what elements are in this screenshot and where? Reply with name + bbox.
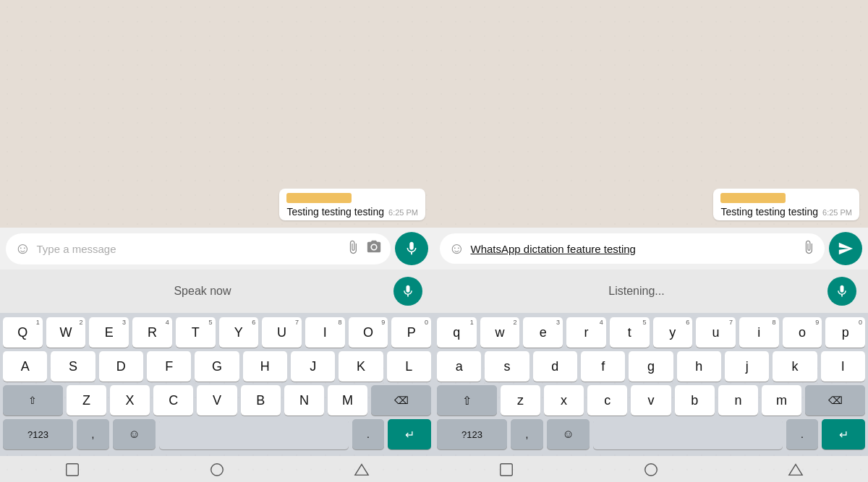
key-l[interactable]: l xyxy=(821,351,865,382)
key-F[interactable]: F xyxy=(147,351,191,382)
svg-marker-2 xyxy=(355,465,368,475)
key-J[interactable]: J xyxy=(291,351,335,382)
key-Y[interactable]: 6Y xyxy=(219,317,259,348)
key-W[interactable]: 2W xyxy=(46,317,86,348)
key-C[interactable]: C xyxy=(153,385,193,416)
key-q[interactable]: 1q xyxy=(437,317,477,348)
key-backspace[interactable]: ⌫ xyxy=(371,385,431,416)
right-message-input[interactable]: WhatsApp dictation feature testing xyxy=(470,243,796,255)
key-enter-right[interactable]: ↵ xyxy=(822,419,865,449)
key-shift[interactable]: ⇧ xyxy=(3,385,63,416)
key-r[interactable]: 4r xyxy=(566,317,606,348)
key-comma[interactable]: , xyxy=(77,419,109,449)
left-message-input[interactable]: Type a message xyxy=(36,243,340,255)
right-panel: Testing testing testing 6:25 PM ☺ WhatsA… xyxy=(434,0,868,482)
key-O[interactable]: 9O xyxy=(349,317,388,348)
key-o[interactable]: 9o xyxy=(783,317,822,348)
right-voice-label: Listening... xyxy=(446,285,827,298)
key-P[interactable]: 0P xyxy=(391,317,431,348)
key-M[interactable]: M xyxy=(328,385,367,416)
right-voice-mic-button[interactable] xyxy=(827,277,856,306)
left-message-bubble: Testing testing testing 6:25 PM xyxy=(279,189,425,220)
left-panel: Testing testing testing 6:25 PM ☺ Type a… xyxy=(0,0,434,482)
key-backspace-right[interactable]: ⌫ xyxy=(805,385,865,416)
left-mic-button[interactable] xyxy=(395,232,428,265)
key-S[interactable]: S xyxy=(51,351,95,382)
right-nav-square[interactable] xyxy=(495,462,518,478)
right-nav-circle[interactable] xyxy=(639,462,663,478)
key-I[interactable]: 8I xyxy=(305,317,345,348)
key-X[interactable]: X xyxy=(110,385,150,416)
key-E[interactable]: 3E xyxy=(89,317,129,348)
right-message-bubble: Testing testing testing 6:25 PM xyxy=(713,189,859,220)
key-H[interactable]: H xyxy=(243,351,287,382)
key-D[interactable]: D xyxy=(99,351,143,382)
svg-rect-3 xyxy=(501,464,513,476)
key-h[interactable]: h xyxy=(677,351,721,382)
right-nav-triangle[interactable] xyxy=(784,462,807,478)
left-nav-square[interactable] xyxy=(61,462,84,478)
right-message-time: 6:25 PM xyxy=(822,208,852,217)
key-G[interactable]: G xyxy=(195,351,239,382)
left-emoji-icon[interactable]: ☺ xyxy=(14,239,30,258)
left-attach-icon[interactable] xyxy=(346,240,360,258)
key-N[interactable]: N xyxy=(284,385,324,416)
key-j[interactable]: j xyxy=(725,351,769,382)
right-emoji-icon[interactable]: ☺ xyxy=(448,239,464,258)
key-space[interactable] xyxy=(159,419,348,449)
key-K[interactable]: K xyxy=(339,351,383,382)
key-n[interactable]: n xyxy=(718,385,758,416)
key-w[interactable]: 2w xyxy=(480,317,520,348)
key-shift-right[interactable]: ⇧ xyxy=(437,385,497,416)
key-comma-right[interactable]: , xyxy=(511,419,543,449)
left-nav-circle[interactable] xyxy=(205,462,229,478)
key-a[interactable]: a xyxy=(437,351,481,382)
key-R[interactable]: 4R xyxy=(132,317,172,348)
key-T[interactable]: 5T xyxy=(176,317,216,348)
key-emoji-right[interactable]: ☺ xyxy=(547,419,590,449)
key-g[interactable]: g xyxy=(629,351,673,382)
key-k[interactable]: k xyxy=(773,351,817,382)
key-Q[interactable]: 1Q xyxy=(3,317,43,348)
key-period-right[interactable]: . xyxy=(786,419,819,449)
right-attach-icon[interactable] xyxy=(801,240,816,258)
key-x[interactable]: x xyxy=(544,385,584,416)
left-sender-label xyxy=(286,193,352,203)
key-Z[interactable]: Z xyxy=(67,385,106,416)
right-voice-bar: Listening... xyxy=(434,270,868,313)
key-m[interactable]: m xyxy=(762,385,801,416)
key-z[interactable]: z xyxy=(501,385,540,416)
key-numbers-right[interactable]: ?123 xyxy=(437,419,507,449)
key-b[interactable]: b xyxy=(675,385,715,416)
key-t[interactable]: 5t xyxy=(610,317,650,348)
key-emoji[interactable]: ☺ xyxy=(113,419,156,449)
key-A[interactable]: A xyxy=(3,351,47,382)
key-e[interactable]: 3e xyxy=(523,317,563,348)
svg-point-1 xyxy=(211,464,224,476)
key-B[interactable]: B xyxy=(241,385,281,416)
key-f[interactable]: f xyxy=(581,351,625,382)
key-i[interactable]: 8i xyxy=(739,317,779,348)
key-d[interactable]: d xyxy=(533,351,577,382)
right-send-button[interactable] xyxy=(829,232,862,265)
key-v[interactable]: v xyxy=(631,385,671,416)
key-y[interactable]: 6y xyxy=(653,317,693,348)
key-enter[interactable]: ↵ xyxy=(388,419,431,449)
key-u[interactable]: 7u xyxy=(696,317,736,348)
left-nav-triangle[interactable] xyxy=(350,462,373,478)
key-V[interactable]: V xyxy=(197,385,237,416)
key-p[interactable]: 0p xyxy=(825,317,865,348)
key-s[interactable]: s xyxy=(485,351,529,382)
right-input-bar: ☺ WhatsApp dictation feature testing xyxy=(434,228,868,270)
key-U[interactable]: 7U xyxy=(262,317,302,348)
left-camera-icon[interactable] xyxy=(366,239,382,259)
svg-rect-0 xyxy=(67,464,79,476)
left-input-wrapper: ☺ Type a message xyxy=(6,233,391,264)
key-L[interactable]: L xyxy=(387,351,431,382)
key-space-right[interactable] xyxy=(593,419,782,449)
svg-marker-5 xyxy=(789,465,802,475)
left-voice-mic-button[interactable] xyxy=(393,277,422,306)
key-period[interactable]: . xyxy=(352,419,385,449)
key-c[interactable]: c xyxy=(587,385,627,416)
key-numbers[interactable]: ?123 xyxy=(3,419,73,449)
